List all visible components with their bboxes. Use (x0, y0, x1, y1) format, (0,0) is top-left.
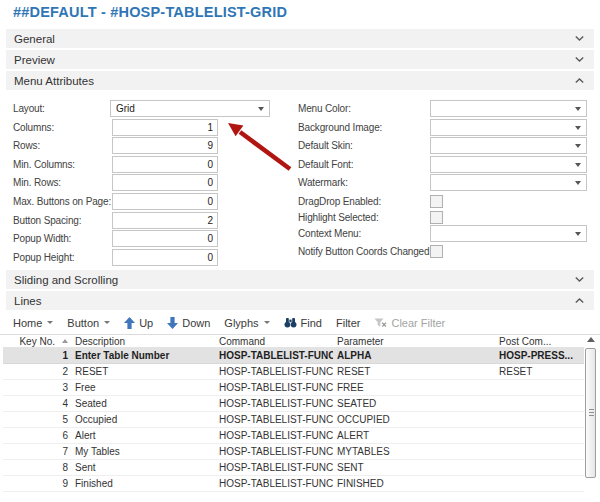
section-header-general[interactable]: General (6, 29, 594, 48)
field-dropdown-default-skin[interactable] (430, 137, 587, 154)
table-row[interactable]: 5OccupiedHOSP-TABLELIST-FUNCOCCUPIED (3, 412, 584, 428)
table-row[interactable]: 1Enter Table NumberHOSP-TABLELIST-FUNCAL… (3, 348, 584, 364)
toolbar-item-up[interactable]: Up (117, 312, 160, 333)
binoculars-icon (284, 317, 297, 328)
column-header-description[interactable]: Description (68, 336, 215, 347)
field-dropdown-menu-color[interactable] (430, 100, 587, 117)
cell-command: HOSP-TABLELIST-FUNC (215, 430, 333, 441)
cell-key-no: 1 (3, 350, 68, 361)
dropdown-caret-icon (575, 163, 581, 167)
cell-description: Alert (68, 430, 215, 441)
section-label: Menu Attributes (14, 75, 94, 87)
cell-command: HOSP-TABLELIST-FUNC (215, 366, 333, 377)
field-input-min-rows[interactable] (112, 174, 218, 191)
field-input-max-buttons-on-page[interactable] (112, 193, 218, 210)
chevron-up-icon (575, 78, 584, 83)
column-header-command[interactable]: Command (215, 336, 333, 347)
toolbar-item-label: Clear Filter (391, 317, 445, 329)
section-header-lines[interactable]: Lines (6, 291, 594, 310)
scroll-up-icon[interactable] (587, 337, 595, 342)
section-header-menu-attributes[interactable]: Menu Attributes (6, 71, 594, 90)
field-dropdown-default-font[interactable] (430, 156, 587, 173)
field-input-popup-height[interactable] (112, 249, 218, 266)
cell-description: Seated (68, 398, 215, 409)
table-row[interactable]: 4SeatedHOSP-TABLELIST-FUNCSEATED (3, 396, 584, 412)
section-label: Sliding and Scrolling (14, 274, 118, 286)
dropdown-caret-icon (258, 107, 264, 111)
toolbar-item-label: Down (182, 317, 210, 329)
toolbar-item-home[interactable]: Home (6, 312, 60, 333)
table-row[interactable]: 3FreeHOSP-TABLELIST-FUNCFREE (3, 380, 584, 396)
table-row[interactable]: 8SentHOSP-TABLELIST-FUNCSENT (3, 460, 584, 476)
scrollbar-thumb[interactable] (585, 348, 596, 478)
cell-command: HOSP-TABLELIST-FUNC (215, 382, 333, 393)
vertical-scrollbar (584, 335, 598, 502)
field-input-min-columns[interactable] (112, 156, 218, 173)
toolbar-item-label: Up (139, 317, 153, 329)
cell-key-no: 2 (3, 366, 68, 377)
page-title: ##DEFAULT - #HOSP-TABLELIST-GRID (13, 4, 287, 20)
cell-command: HOSP-TABLELIST-FUNC (215, 398, 333, 409)
cell-description: Finished (68, 478, 215, 489)
cell-description: Enter Table Number (68, 350, 215, 361)
section-header-preview[interactable]: Preview (6, 50, 594, 69)
cell-key-no: 8 (3, 462, 68, 473)
table-row[interactable]: 7My TablesHOSP-TABLELIST-FUNCMYTABLES (3, 444, 584, 460)
toolbar-item-filter[interactable]: Filter (329, 312, 367, 333)
column-header-key-no[interactable]: Key No. (3, 336, 68, 347)
column-header-post-com[interactable]: Post Com... (495, 336, 573, 347)
field-label-popup-width: Popup Width: (13, 230, 71, 247)
cell-command: HOSP-TABLELIST-FUNC (215, 350, 333, 361)
cell-description: My Tables (68, 446, 215, 457)
field-label-button-spacing: Button Spacing: (13, 212, 81, 229)
field-dropdown-watermark[interactable] (430, 174, 587, 191)
field-label-max-buttons-on-page: Max. Buttons on Page: (13, 193, 111, 210)
menu-attributes-panel: Layout:GridColumns:Rows:Min. Columns:Min… (0, 92, 600, 270)
table-row[interactable]: 2RESETHOSP-TABLELIST-FUNCRESETRESET (3, 364, 584, 380)
column-header-parameter[interactable]: Parameter (333, 336, 495, 347)
cell-command: HOSP-TABLELIST-FUNC (215, 462, 333, 473)
field-input-button-spacing[interactable] (112, 212, 218, 229)
table-row[interactable]: 9FinishedHOSP-TABLELIST-FUNCFINISHED (3, 476, 584, 492)
column-header-label: Description (75, 336, 125, 347)
field-label-dragdrop-enabled: DragDrop Enabled: (298, 193, 381, 210)
clear-filter-icon (374, 318, 387, 328)
field-input-columns[interactable] (112, 119, 218, 136)
field-label-highlight-selected: Highlight Selected: (298, 209, 379, 226)
cell-post-command: HOSP-PRESS... (495, 350, 573, 361)
toolbar-item-glyphs[interactable]: Glyphs (217, 312, 276, 333)
dropdown-value: Grid (116, 103, 258, 114)
table-row[interactable]: 6AlertHOSP-TABLELIST-FUNCALERT (3, 428, 584, 444)
column-header-label: Command (219, 336, 265, 347)
toolbar-item-label: Button (67, 317, 99, 329)
field-dropdown-layout[interactable]: Grid (110, 100, 270, 117)
toolbar-item-clear-filter[interactable]: Clear Filter (367, 312, 452, 333)
arrow-down-icon (167, 317, 178, 329)
toolbar-item-button[interactable]: Button (60, 312, 117, 333)
field-input-rows[interactable] (112, 137, 218, 154)
section-label: General (14, 33, 55, 45)
arrow-up-icon (124, 317, 135, 329)
field-checkbox-highlight-selected[interactable] (430, 211, 443, 224)
cell-parameter: RESET (333, 366, 495, 377)
dropdown-caret-icon (264, 321, 270, 324)
column-header-label: Key No. (19, 336, 55, 347)
cell-parameter: FINISHED (333, 478, 495, 489)
field-label-default-skin: Default Skin: (298, 137, 353, 154)
toolbar-item-down[interactable]: Down (160, 312, 217, 333)
chevron-down-icon (575, 277, 584, 282)
field-checkbox-dragdrop-enabled[interactable] (430, 195, 443, 208)
section-label: Preview (14, 54, 55, 66)
field-input-popup-width[interactable] (112, 230, 218, 247)
cell-key-no: 9 (3, 478, 68, 489)
cell-key-no: 3 (3, 382, 68, 393)
field-dropdown-context-menu[interactable] (430, 225, 587, 242)
field-dropdown-background-image[interactable] (430, 119, 587, 136)
toolbar-item-find[interactable]: Find (277, 312, 329, 333)
dropdown-caret-icon (47, 321, 53, 324)
cell-description: Sent (68, 462, 215, 473)
field-checkbox-notify-button-coords-changed[interactable] (430, 245, 443, 258)
lines-table: Key No.DescriptionCommandParameterPost C… (0, 334, 600, 502)
table-header-row: Key No.DescriptionCommandParameterPost C… (3, 335, 584, 348)
section-header-sliding-and-scrolling[interactable]: Sliding and Scrolling (6, 270, 594, 289)
